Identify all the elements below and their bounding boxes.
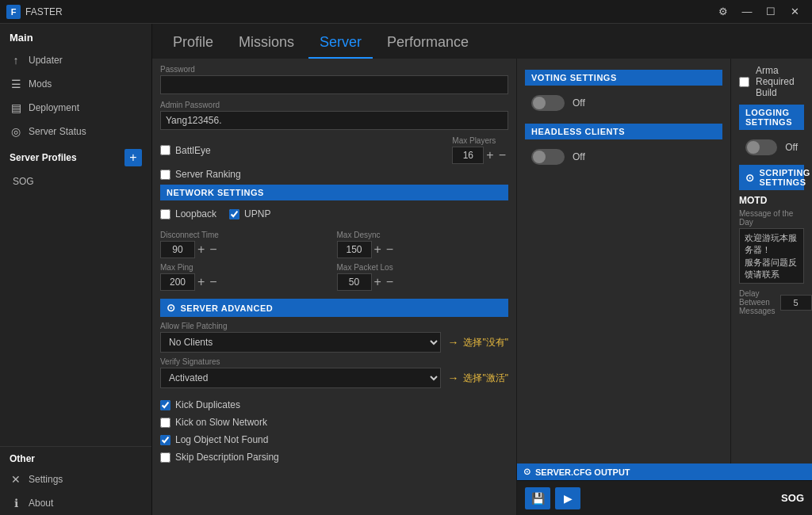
headless-clients-title: HEADLESS CLIENTS [531, 127, 625, 136]
middle-panel: VOTING SETTINGS Off HEADLESS CLIENTS [517, 59, 731, 464]
arma-required-checkbox[interactable] [739, 77, 749, 87]
play-button[interactable]: ▶ [555, 487, 580, 509]
logging-toggle-row: Off [739, 135, 804, 160]
max-ping-increment[interactable]: + [195, 276, 207, 288]
save-icon: 💾 [531, 492, 545, 505]
scripting-settings-title: SCRIPTING SETTINGS [760, 168, 810, 187]
server-ranking-label: Server Ranking [175, 169, 241, 180]
sidebar-mods-label: Mods [29, 78, 52, 90]
mods-icon: ☰ [10, 78, 22, 90]
max-packet-loss-label: Max Packet Los [337, 263, 509, 272]
sidebar: Main ↑ Updater ☰ Mods ▤ Deployment ◎ Ser… [0, 24, 152, 515]
kick-duplicates-checkbox[interactable] [160, 400, 170, 410]
log-object-checkbox[interactable] [160, 435, 170, 445]
max-desync-increment[interactable]: + [372, 243, 384, 256]
headless-toggle[interactable] [531, 149, 565, 165]
maximize-btn[interactable]: ☐ [760, 4, 782, 20]
disconnect-time-increment[interactable]: + [195, 243, 207, 256]
server-profiles-header: Server Profiles + [0, 143, 151, 172]
minimize-btn[interactable]: — [736, 4, 758, 20]
tab-profile[interactable]: Profile [162, 28, 224, 59]
cfg-output-bar: ⊙ SERVER.CFG OUTPUT [517, 464, 812, 480]
max-packet-loss-increment[interactable]: + [372, 276, 384, 288]
sidebar-item-server-status[interactable]: ◎ Server Status [0, 120, 151, 143]
server-advanced-chevron: ⊙ [167, 302, 176, 314]
tab-missions[interactable]: Missions [228, 28, 305, 59]
allow-file-patching-select[interactable]: No Clients Clients All [160, 332, 441, 353]
settings-btn[interactable]: ⚙ [712, 4, 734, 20]
skip-desc-label: Skip Description Parsing [175, 452, 279, 463]
log-object-label: Log Object Not Found [175, 434, 268, 445]
motd-textarea[interactable]: 欢迎游玩本服务器！ 服务器问题反馈请联系QQ：2369700663 任务文件加载… [739, 228, 804, 284]
max-desync-input[interactable] [337, 241, 372, 258]
allow-file-patching-group: Allow File Patching No Clients Clients A… [160, 322, 508, 353]
tab-server[interactable]: Server [308, 28, 373, 59]
logging-settings-title: LOGGING SETTINGS [745, 108, 798, 127]
skip-desc-row: Skip Description Parsing [160, 450, 508, 464]
upnp-row: UPNP [229, 208, 270, 219]
app-title: FASTER [25, 6, 712, 17]
kick-slow-checkbox[interactable] [160, 418, 170, 428]
max-players-increment[interactable]: + [484, 149, 496, 162]
kick-slow-label: Kick on Slow Network [175, 417, 267, 428]
voting-settings-header: VOTING SETTINGS [525, 70, 722, 86]
upnp-checkbox[interactable] [229, 209, 239, 219]
max-ping-decrement[interactable]: − [207, 276, 219, 288]
disconnect-time-group: Disconnect Time + − [160, 231, 332, 258]
skip-desc-checkbox[interactable] [160, 452, 170, 463]
verify-signatures-select[interactable]: Disabled Activated [160, 368, 441, 388]
sidebar-deployment-label: Deployment [29, 102, 79, 113]
max-players-decrement[interactable]: − [496, 149, 508, 162]
tab-performance[interactable]: Performance [376, 28, 480, 59]
max-desync-label: Max Desync [337, 231, 509, 239]
max-ping-input[interactable] [160, 273, 195, 291]
max-desync-decrement[interactable]: − [384, 243, 396, 256]
motd-title: MOTD [739, 195, 804, 206]
sidebar-item-mods[interactable]: ☰ Mods [0, 72, 151, 96]
headless-clients-header: HEADLESS CLIENTS [525, 124, 722, 139]
battleye-checkbox[interactable] [160, 145, 170, 155]
sidebar-item-deployment[interactable]: ▤ Deployment [0, 96, 151, 120]
play-icon: ▶ [564, 492, 573, 505]
add-profile-button[interactable]: + [124, 149, 142, 166]
about-icon: ℹ [10, 497, 22, 509]
max-players-group: Max Players + − [452, 136, 508, 164]
sidebar-item-about[interactable]: ℹ About [0, 491, 151, 515]
max-packet-loss-input[interactable] [337, 273, 372, 291]
battleye-row: BattlEye [160, 145, 446, 156]
main-section-title: Main [0, 24, 151, 48]
max-players-input[interactable] [452, 147, 484, 164]
delay-input[interactable] [780, 295, 812, 311]
sidebar-profile-sog[interactable]: SOG [0, 172, 151, 191]
sidebar-server-status-label: Server Status [29, 126, 86, 137]
upnp-label: UPNP [244, 208, 270, 219]
delay-label: Delay Between Messages [739, 289, 776, 315]
disconnect-time-input[interactable] [160, 241, 195, 258]
disconnect-time-decrement[interactable]: − [207, 243, 219, 256]
voting-toggle[interactable] [531, 95, 565, 111]
server-advanced-title: SERVER ADVANCED [181, 303, 274, 313]
scripting-chevron: ⊙ [745, 172, 755, 184]
headless-label: Off [573, 151, 585, 162]
annotation-2-text: 选择"激活" [463, 372, 508, 385]
password-input[interactable] [160, 75, 508, 94]
right-panel: Arma Required Build LOGGING SETTINGS [731, 59, 812, 464]
logging-label: Off [785, 142, 798, 153]
sidebar-item-settings[interactable]: ✕ Settings [0, 467, 151, 491]
network-grid: Disconnect Time + − Max Desync + − [160, 227, 508, 294]
close-btn[interactable]: ✕ [783, 4, 806, 20]
motd-message-label: Message of the Day [739, 209, 804, 227]
max-packet-loss-decrement[interactable]: − [384, 276, 396, 288]
logging-toggle[interactable] [745, 139, 777, 155]
loopback-checkbox[interactable] [160, 209, 170, 219]
sidebar-about-label: About [29, 498, 53, 509]
annotation-2: → 选择"激活" [447, 372, 508, 385]
arma-required-label: Arma Required Build [756, 65, 804, 98]
sidebar-item-updater[interactable]: ↑ Updater [0, 48, 151, 72]
admin-password-input[interactable] [160, 111, 508, 130]
other-section-title: Other [0, 447, 151, 467]
save-button[interactable]: 💾 [525, 487, 550, 509]
server-ranking-checkbox[interactable] [160, 170, 170, 180]
settings-icon: ✕ [10, 473, 22, 486]
voting-label: Off [573, 97, 585, 109]
